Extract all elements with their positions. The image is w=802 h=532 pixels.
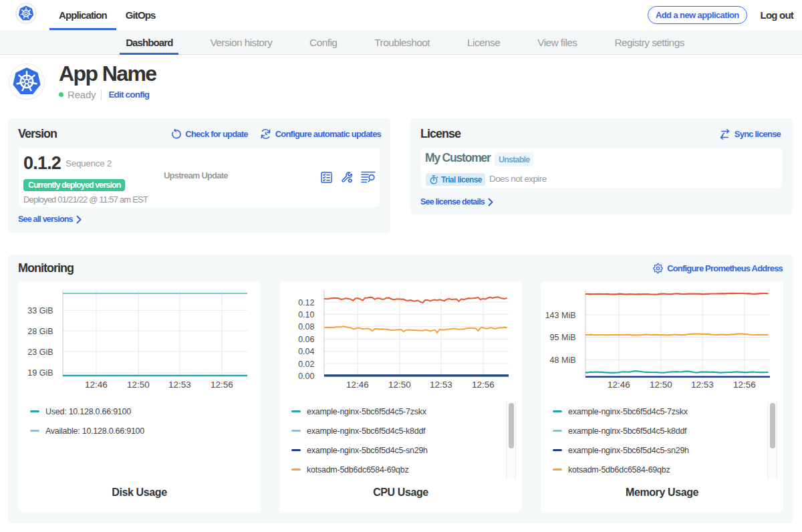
svg-text:12:53: 12:53 [168,380,191,390]
svg-text:12:46: 12:46 [346,380,369,390]
svg-text:19 GiB: 19 GiB [27,368,53,378]
svg-text:12:50: 12:50 [127,380,150,390]
svg-text:33 GiB: 33 GiB [27,306,53,315]
svg-text:0.00: 0.00 [298,372,314,381]
svg-text:0.06: 0.06 [298,335,314,344]
svg-text:48 MiB: 48 MiB [550,356,576,365]
svg-text:12:56: 12:56 [733,380,756,390]
svg-text:12:46: 12:46 [608,380,630,390]
svg-text:12:53: 12:53 [430,380,452,390]
svg-text:28 GiB: 28 GiB [27,327,53,336]
svg-text:0.10: 0.10 [298,310,314,319]
svg-text:0.08: 0.08 [298,322,314,331]
svg-text:12:56: 12:56 [472,380,495,390]
svg-text:12:46: 12:46 [85,380,108,390]
svg-text:12:50: 12:50 [650,380,672,390]
svg-text:143 MiB: 143 MiB [545,311,576,320]
svg-text:23 GiB: 23 GiB [27,348,53,357]
svg-text:0.04: 0.04 [298,347,314,356]
svg-text:0.12: 0.12 [298,298,314,307]
svg-text:95 MiB: 95 MiB [550,333,576,342]
svg-text:12:53: 12:53 [691,380,714,390]
svg-text:0.02: 0.02 [298,360,314,369]
svg-text:12:50: 12:50 [388,380,411,390]
svg-text:12:56: 12:56 [211,380,233,390]
